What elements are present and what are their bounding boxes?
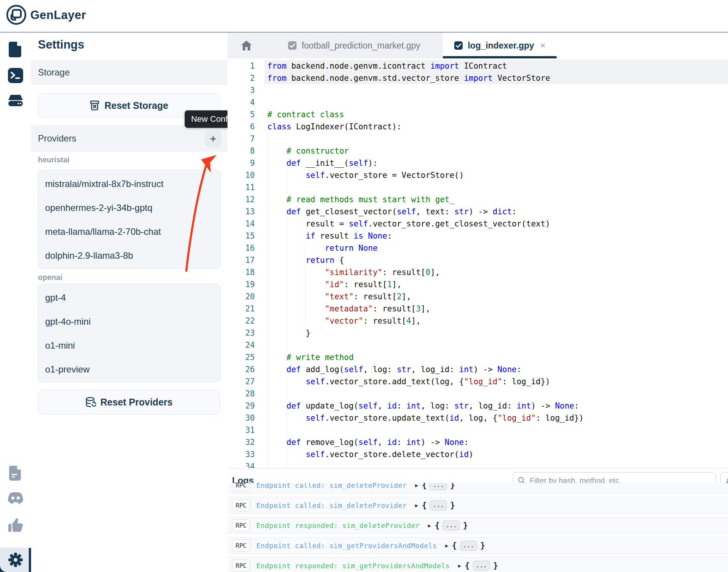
line-number: 29 [228, 400, 255, 412]
line-number: 30 [228, 412, 255, 424]
model-item-gpt-4o-mini[interactable]: gpt-4o-mini [38, 310, 220, 333]
log-message: Endpoint responded: sim_getProvidersAndM… [256, 562, 450, 570]
contract-check-icon [288, 41, 297, 50]
expand-json-ellipsis-button[interactable]: ... [430, 483, 447, 490]
line-number: 7 [228, 133, 255, 145]
indent-guide [267, 181, 268, 193]
log-message: Endpoint responded: sim_deleteProvider [256, 522, 420, 530]
expand-json-ellipsis-button[interactable]: ... [442, 520, 460, 531]
reset-storage-label: Reset Storage [104, 100, 168, 111]
expand-json-ellipsis-button[interactable]: ... [460, 541, 477, 551]
code-line-17: 17 return { [228, 254, 728, 266]
code-content[interactable]: 1from backend.node.genvm.icontract impor… [228, 58, 728, 468]
code-line-12: 12 # read methods must start with get_ [228, 193, 728, 206]
model-item-meta-llama/llama-2-70b-chat[interactable]: meta-llama/llama-2-70b-chat [38, 220, 220, 244]
line-number: 18 [228, 266, 255, 278]
log-row-called-0[interactable]: RPCEndpoint called: sim_deleteProvider▶{… [228, 483, 728, 493]
line-number: 23 [228, 327, 255, 339]
expand-triangle-icon[interactable]: ▶ [445, 543, 448, 548]
code-text: "metadata": result[3], [267, 303, 430, 315]
reset-providers-button[interactable]: Reset Providers [38, 390, 220, 414]
storage-drive-icon[interactable] [7, 93, 24, 109]
log-row-responded-2[interactable]: RPCEndpoint responded: sim_deleteProvide… [228, 517, 728, 534]
indent-guide [267, 424, 268, 436]
code-text: "vector": result[4], [267, 315, 421, 327]
code-line-19: 19 "id": result[1], [228, 278, 728, 291]
code-line-20: 20 "text": result[2], [228, 291, 728, 303]
code-line-25: 25 # write method [228, 351, 728, 363]
code-text: self.vector_store = VectorStore() [267, 169, 464, 181]
code-text: from backend.node.genvm.icontract import… [267, 60, 507, 72]
add-provider-config-button[interactable]: + [205, 130, 221, 147]
code-text: "similarity": result[0], [267, 266, 440, 278]
code-text: self.vector_store.delete_vector(id) [267, 448, 474, 460]
code-line-4: 4 [228, 96, 728, 108]
code-line-28: 28 [228, 388, 728, 400]
code-text: def remove_log(self, id: int) -> None: [267, 436, 469, 448]
contracts-file-icon[interactable] [8, 41, 23, 58]
indent-guide [287, 181, 287, 193]
line-number: 25 [228, 351, 255, 363]
model-item-gpt-4[interactable]: gpt-4 [38, 286, 220, 310]
feedback-thumbs-up-icon[interactable] [8, 517, 24, 533]
code-line-14: 14 result = self.vector_store.get_closes… [228, 218, 728, 230]
code-line-8: 8 # constructor [228, 145, 728, 157]
line-number: 22 [228, 315, 255, 327]
terminal-icon[interactable] [8, 68, 24, 83]
code-line-3: 3 [228, 84, 728, 96]
expand-json-ellipsis-button[interactable]: ... [430, 500, 447, 511]
model-item-o1-mini[interactable]: o1-mini [38, 333, 220, 357]
code-line-22: 22 "vector": result[4], [228, 315, 728, 327]
sidebar-item-settings[interactable] [0, 548, 31, 572]
expand-triangle-icon[interactable]: ▶ [458, 563, 461, 569]
line-number: 21 [228, 303, 255, 315]
log-row-called-3[interactable]: RPCEndpoint called: sim_getProvidersAndM… [228, 537, 728, 554]
brand-title: GenLayer [30, 8, 86, 22]
log-row-called-1[interactable]: RPCEndpoint called: sim_deleteProvider▶{… [228, 497, 728, 514]
brace-close: } [480, 541, 485, 550]
line-number: 28 [228, 388, 255, 400]
indent-guide [287, 388, 287, 400]
model-item-openhermes-2-yi-34b-gptq[interactable]: openhermes-2-yi-34b-gptq [38, 196, 220, 220]
expand-json-ellipsis-button[interactable]: ... [473, 561, 490, 571]
expand-triangle-icon[interactable]: ▶ [428, 523, 431, 528]
model-item-mistralai/mixtral-8x7b-instruct[interactable]: mistralai/mixtral-8x7b-instruct [38, 172, 220, 196]
code-text: result = self.vector_store.get_closest_v… [267, 218, 550, 230]
indent-guide [287, 424, 287, 436]
indent-guide [287, 460, 287, 468]
code-line-7: 7 [228, 133, 728, 145]
docs-icon[interactable] [9, 465, 22, 481]
plus-icon: + [210, 132, 217, 145]
code-line-23: 23 } [228, 327, 728, 339]
trash-box-icon [89, 101, 100, 111]
discord-icon[interactable] [7, 492, 24, 504]
brace-open: { [422, 501, 427, 510]
brace-close: } [450, 483, 455, 490]
rpc-badge: RPC [232, 483, 250, 491]
close-tab-icon[interactable]: × [540, 40, 546, 51]
line-number: 32 [228, 436, 255, 448]
code-text: # contract class [267, 108, 344, 121]
model-item-o1-preview[interactable]: o1-preview [38, 357, 220, 381]
log-row-responded-4[interactable]: RPCEndpoint responded: sim_getProvidersA… [228, 557, 728, 572]
expand-triangle-icon[interactable]: ▶ [415, 503, 418, 508]
log-message: Endpoint called: sim_getProvidersAndMode… [256, 542, 437, 550]
code-text: self.vector_store.update_text(id, log, {… [267, 412, 584, 424]
providers-section-header: Providers + [31, 125, 228, 152]
contract-check-icon [454, 41, 463, 50]
code-text: if result is None: [267, 230, 392, 242]
page-title: Settings [38, 38, 84, 52]
line-number: 13 [228, 206, 255, 218]
log-message: Endpoint called: sim_deleteProvider [256, 483, 407, 489]
tab-football-prediction-market[interactable]: football_prediction_market.gpy [265, 33, 443, 58]
expand-triangle-icon[interactable]: ▶ [415, 483, 418, 488]
tab-log-indexer[interactable]: log_indexer.gpy × [443, 33, 557, 58]
code-line-30: 30 self.vector_store.update_text(id, log… [228, 412, 728, 424]
model-item-dolphin-2.9-llama3-8b[interactable]: dolphin-2.9-llama3-8b [38, 244, 220, 267]
code-line-34: 34 [228, 460, 728, 468]
home-tab-button[interactable] [228, 33, 265, 58]
line-number: 12 [228, 193, 255, 206]
line-number: 20 [228, 291, 255, 303]
code-text: def add_log(self, log: str, log_id: int)… [267, 363, 521, 376]
line-number: 24 [228, 339, 255, 351]
